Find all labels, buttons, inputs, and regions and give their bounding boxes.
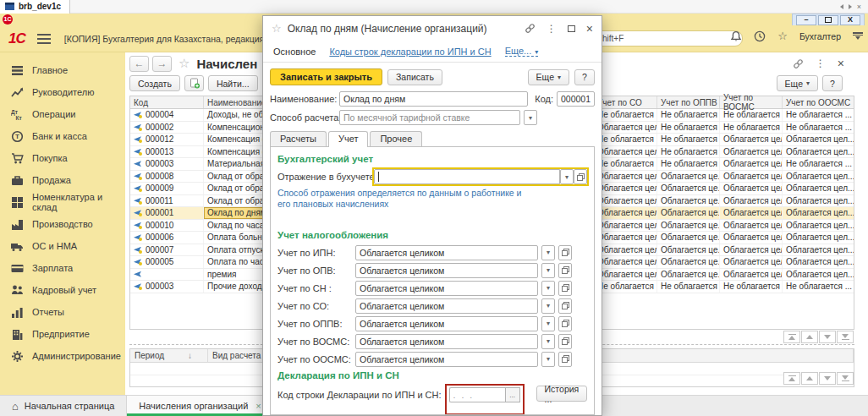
sidebar-item-bars[interactable]: Отчеты: [0, 301, 125, 323]
scroll-top-button[interactable]: [783, 331, 800, 343]
nav-declaration-codes-link[interactable]: Коды строк декларации по ИПН и СН: [329, 47, 491, 57]
scroll-bottom-button[interactable]: [837, 331, 854, 343]
save-button[interactable]: Записать: [387, 69, 442, 85]
method-dropdown-button[interactable]: ▾: [524, 110, 537, 125]
copy-link-icon[interactable]: [793, 58, 804, 69]
tab-close-icon[interactable]: ×: [255, 401, 261, 411]
declaration-choose-button[interactable]: ...: [505, 387, 520, 402]
create-button[interactable]: Создать: [129, 75, 180, 91]
sidebar-item-cart[interactable]: Покупка: [0, 147, 125, 169]
dialog-help-button[interactable]: ?: [574, 69, 595, 85]
main-menu-icon[interactable]: [37, 34, 51, 44]
dialog-close-icon[interactable]: ×: [586, 22, 593, 36]
form-kebab-icon[interactable]: ⋮: [816, 57, 826, 69]
tax-dropdown-button[interactable]: ▾: [541, 281, 555, 296]
form-close-icon[interactable]: ×: [838, 57, 844, 70]
favorite-star-icon[interactable]: ☆: [179, 56, 190, 71]
tax-open-button[interactable]: [558, 334, 572, 349]
form-help-button[interactable]: ?: [822, 75, 843, 91]
dialog-kebab-icon[interactable]: ⋮: [547, 23, 557, 35]
copy-link-icon[interactable]: [525, 23, 536, 34]
sidebar-item-grid[interactable]: Номенклатура и склад: [0, 191, 125, 213]
tax-dropdown-button[interactable]: ▾: [541, 352, 555, 367]
column-header-period[interactable]: Период ↓: [130, 349, 208, 362]
tab-prev-icon[interactable]: [840, 4, 843, 9]
tax-dropdown-button[interactable]: ▾: [541, 245, 555, 260]
tab-accounting[interactable]: Учет: [328, 131, 369, 147]
tax-dropdown-button[interactable]: ▾: [541, 263, 555, 278]
tax-row-select[interactable]: Облагается целиком: [355, 245, 538, 260]
tax-row-select[interactable]: Облагается целиком: [355, 334, 538, 349]
tax-row-select[interactable]: Облагается целиком: [355, 281, 538, 296]
column-header-oosms[interactable]: Учет по ООСМС: [783, 96, 854, 108]
close-button[interactable]: X: [840, 15, 860, 25]
sidebar-item-factory[interactable]: Производство: [0, 213, 125, 235]
scroll-up-button[interactable]: [801, 372, 818, 385]
scroll-bottom-button[interactable]: [837, 372, 854, 385]
column-header-code[interactable]: Код: [130, 96, 204, 108]
dialog-more-button[interactable]: Еще▾: [528, 69, 569, 85]
sidebar-item-truck[interactable]: ОС и НМА: [0, 235, 125, 257]
tax-row-select[interactable]: Облагается целиком: [355, 263, 538, 278]
code-input[interactable]: 000001: [557, 91, 595, 107]
search-input[interactable]: hift+F: [595, 30, 743, 47]
tax-open-button[interactable]: [558, 245, 572, 260]
declaration-code-input[interactable]: . . .: [449, 387, 505, 402]
sidebar-item-dtkt[interactable]: ДтКтОперации: [0, 103, 125, 125]
tab-accruals[interactable]: Начисления организаций ×: [126, 396, 274, 416]
tab-calculations[interactable]: Расчеты: [270, 131, 327, 146]
tab-next-icon[interactable]: [849, 4, 852, 9]
scroll-up-button[interactable]: [801, 331, 818, 343]
reflection-input[interactable]: [374, 169, 560, 184]
scroll-top-button[interactable]: [783, 372, 800, 385]
tax-open-button[interactable]: [558, 263, 572, 278]
current-user-label[interactable]: Бухгалтер: [799, 31, 841, 41]
name-input[interactable]: Оклад по дням: [339, 91, 528, 107]
find-button[interactable]: Найти...: [208, 75, 258, 91]
dialog-maximize-icon[interactable]: [568, 25, 575, 32]
tax-open-button[interactable]: [558, 298, 572, 314]
tax-row-select[interactable]: Облагается целиком: [355, 316, 538, 331]
sidebar-item-coin[interactable]: ТБанк и касса: [0, 125, 125, 147]
favorite-star-icon[interactable]: ☆: [272, 22, 282, 35]
user-menu-icon[interactable]: [853, 32, 863, 40]
sidebar-item-people[interactable]: Кадровый учет: [0, 279, 125, 301]
nav-main-link[interactable]: Основное: [273, 47, 316, 57]
history-button[interactable]: История ...: [536, 386, 588, 402]
tab-other[interactable]: Прочее: [370, 131, 422, 146]
forward-button[interactable]: →: [152, 56, 172, 72]
method-select[interactable]: По месячной тарифной ставке: [339, 110, 520, 125]
history-clock-icon[interactable]: [754, 30, 766, 42]
tax-row-select[interactable]: Облагается целиком: [355, 352, 538, 367]
favorites-star-icon[interactable]: ☆: [777, 30, 788, 42]
tax-open-button[interactable]: [558, 316, 572, 331]
sidebar-item-card[interactable]: Зарплата: [0, 257, 125, 279]
column-header-so[interactable]: Учет по СО: [594, 96, 657, 108]
tax-row-select[interactable]: Облагается целиком: [355, 298, 538, 314]
sidebar-item-chart[interactable]: Руководителю: [0, 81, 125, 103]
tax-open-button[interactable]: [558, 281, 572, 296]
form-more-button[interactable]: Еще▾: [777, 75, 818, 91]
minimize-button[interactable]: –: [796, 15, 816, 25]
tax-dropdown-button[interactable]: ▾: [541, 334, 555, 349]
column-header-vosms[interactable]: Учет по ВОСМС: [720, 96, 783, 108]
scroll-down-button[interactable]: [819, 331, 836, 343]
copy-item-button[interactable]: [184, 75, 204, 91]
tax-dropdown-button[interactable]: ▾: [541, 298, 555, 314]
tax-dropdown-button[interactable]: ▾: [541, 316, 555, 331]
notifications-bell-icon[interactable]: [730, 30, 742, 42]
reflection-open-button[interactable]: [574, 169, 587, 184]
tab-home-page[interactable]: ⌂ Начальная страница: [0, 396, 126, 416]
window-tab[interactable]: brb_dev1c: [0, 0, 70, 14]
sidebar-item-building[interactable]: Предприятие: [0, 323, 125, 345]
tab-close-icon[interactable]: ×: [857, 3, 861, 11]
back-button[interactable]: ←: [129, 56, 149, 72]
sidebar-item-briefcase[interactable]: Продажа: [0, 169, 125, 191]
column-header-oppv[interactable]: Учет по ОППВ: [657, 96, 720, 108]
reflection-dropdown-button[interactable]: ▾: [560, 169, 574, 184]
nav-more-link[interactable]: Еще...▾: [505, 46, 539, 57]
scroll-down-button[interactable]: [819, 372, 836, 385]
sidebar-item-sections[interactable]: Главное: [0, 59, 125, 81]
save-and-close-button[interactable]: Записать и закрыть: [270, 68, 382, 85]
sidebar-item-gear[interactable]: Администрирование: [0, 345, 125, 367]
